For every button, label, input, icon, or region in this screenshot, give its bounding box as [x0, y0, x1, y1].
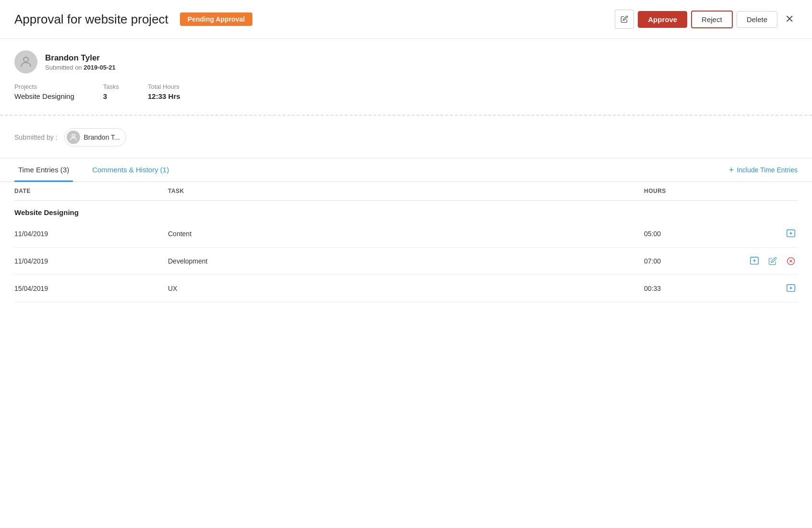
comment-plus-icon [786, 228, 796, 239]
row1-hours: 05:00 [644, 230, 740, 238]
include-time-button[interactable]: + Include Time Entries [729, 159, 798, 181]
edit-button[interactable] [615, 10, 634, 29]
row1-date: 11/04/2019 [14, 230, 168, 238]
close-button[interactable]: ✕ [781, 11, 798, 27]
tabs-header: Time Entries (3) Comments & History (1) … [0, 158, 812, 182]
page-container: Approval for website project Pending App… [0, 0, 812, 528]
hours-value: 12:33 Hrs [148, 92, 180, 100]
tabs-section: Time Entries (3) Comments & History (1) … [0, 158, 812, 302]
user-avatar [14, 50, 37, 73]
circle-x-icon [786, 256, 796, 266]
comment-plus-icon [749, 256, 760, 266]
row3-date: 15/04/2019 [14, 285, 168, 292]
header-actions: Approve Reject Delete ✕ [615, 10, 798, 29]
user-details: Brandon Tyler Submitted on 2019-05-21 [45, 53, 116, 71]
submitter-name: Brandon T... [84, 133, 120, 141]
svg-point-1 [72, 134, 75, 137]
hours-label: Total Hours [148, 83, 180, 90]
time-table: DATE TASK HOURS Website Designing 11/04/… [0, 182, 812, 302]
row1-actions [740, 227, 798, 240]
status-badge: Pending Approval [180, 12, 252, 26]
col-hours-header: HOURS [644, 188, 740, 194]
person-icon [19, 55, 33, 69]
stat-projects: Projects Website Designing [14, 83, 74, 100]
comment-plus-icon [786, 283, 796, 294]
submitter-person-icon [69, 133, 78, 142]
submitted-on: Submitted on 2019-05-21 [45, 64, 116, 71]
tasks-value: 3 [103, 92, 119, 100]
stat-tasks: Tasks 3 [103, 83, 119, 100]
user-info-section: Brandon Tyler Submitted on 2019-05-21 Pr… [0, 39, 812, 110]
row2-edit-icon[interactable] [766, 254, 779, 268]
tab-time-entries[interactable]: Time Entries (3) [14, 159, 73, 182]
approve-button[interactable]: Approve [638, 11, 687, 28]
row2-date: 11/04/2019 [14, 257, 168, 265]
row2-task: Development [168, 257, 644, 265]
row2-hours: 07:00 [644, 257, 740, 265]
table-row: 11/04/2019 Content 05:00 [14, 220, 798, 248]
section-divider [0, 115, 812, 116]
row2-delete-icon[interactable] [784, 254, 798, 268]
table-header: DATE TASK HOURS [14, 182, 798, 201]
row3-add-comment-icon[interactable] [784, 282, 798, 295]
reject-button[interactable]: Reject [691, 11, 733, 28]
page-title: Approval for website project [14, 12, 168, 27]
stat-hours: Total Hours 12:33 Hrs [148, 83, 180, 100]
include-time-label: Include Time Entries [737, 166, 798, 174]
row2-add-comment-icon[interactable] [748, 254, 761, 268]
row1-task: Content [168, 230, 644, 238]
stats-row: Projects Website Designing Tasks 3 Total… [14, 83, 798, 100]
row3-hours: 00:33 [644, 285, 740, 292]
col-actions-header [740, 188, 798, 194]
submitted-by-section: Submitted by : Brandon T... [0, 120, 812, 154]
project-group-header: Website Designing [14, 201, 798, 220]
tasks-label: Tasks [103, 83, 119, 90]
user-name: Brandon Tyler [45, 53, 116, 63]
delete-button[interactable]: Delete [737, 11, 777, 28]
row3-actions [740, 282, 798, 295]
projects-label: Projects [14, 83, 74, 90]
pencil-icon [621, 15, 628, 23]
header: Approval for website project Pending App… [0, 0, 812, 39]
submitted-by-label: Submitted by : [14, 133, 58, 141]
row1-add-comment-icon[interactable] [784, 227, 798, 240]
submitter-avatar [67, 131, 80, 144]
tab-comments-history[interactable]: Comments & History (1) [88, 159, 173, 182]
col-date-header: DATE [14, 188, 168, 194]
row3-task: UX [168, 285, 644, 292]
table-row: 11/04/2019 Development 07:00 [14, 248, 798, 275]
col-task-header: TASK [168, 188, 644, 194]
plus-icon: + [729, 165, 734, 175]
row2-actions [740, 254, 798, 268]
projects-value: Website Designing [14, 92, 74, 100]
table-row: 15/04/2019 UX 00:33 [14, 275, 798, 302]
pencil-edit-icon [768, 257, 777, 265]
svg-point-0 [24, 57, 28, 62]
user-row: Brandon Tyler Submitted on 2019-05-21 [14, 50, 798, 73]
submitter-chip: Brandon T... [64, 128, 126, 146]
